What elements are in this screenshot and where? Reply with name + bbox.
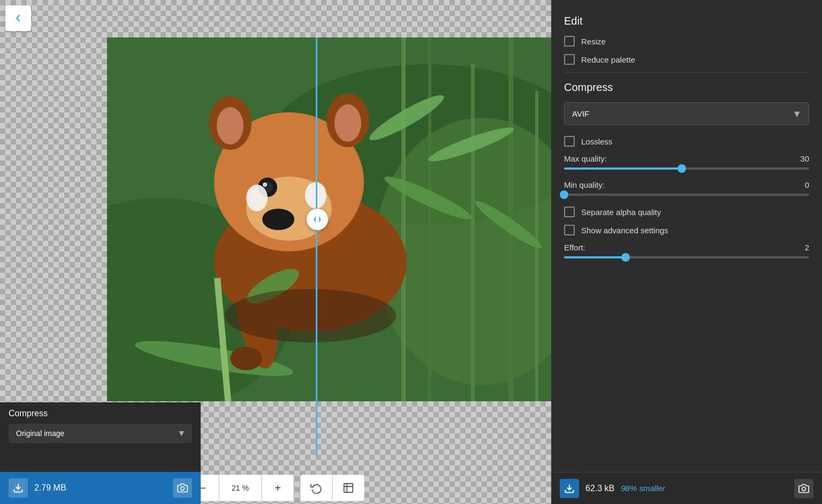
left-compress-panel: Compress Original image AVIF compressed …: [0, 402, 201, 472]
min-quality-track[interactable]: [564, 194, 809, 196]
split-line: [316, 37, 317, 455]
effort-thumb[interactable]: [621, 253, 630, 262]
resize-checkbox[interactable]: [564, 36, 575, 47]
compress-title: Compress: [564, 81, 809, 94]
left-file-size: 2.79 MB: [34, 483, 166, 493]
plus-icon: +: [275, 482, 281, 494]
divider-1: [564, 72, 809, 73]
edit-title: Edit: [564, 15, 809, 27]
max-quality-row: Max quality: 30: [564, 154, 809, 170]
effort-row: Effort: 2: [564, 243, 809, 258]
max-quality-label: Max quality:: [564, 154, 607, 163]
show-advanced-label: Show advanced settings: [581, 226, 668, 235]
right-download-button[interactable]: [560, 479, 579, 498]
rotate-button[interactable]: [300, 475, 332, 501]
reduce-palette-checkbox[interactable]: [564, 54, 575, 65]
right-file-size: 62.3 kB: [585, 484, 614, 493]
right-download-bar: 62.3 kB 98% smaller: [551, 472, 822, 504]
effort-fill: [564, 256, 626, 258]
resize-label: Resize: [581, 37, 606, 46]
show-advanced-checkbox[interactable]: [564, 225, 575, 235]
left-upload-button[interactable]: [173, 478, 192, 498]
original-image-select[interactable]: Original image AVIF compressed: [9, 424, 192, 443]
edit-section: Edit Resize Reduce palette: [564, 15, 809, 65]
compress-section: Compress AVIF WebP JPEG PNG GIF ▼ Lossle…: [564, 81, 809, 258]
effort-value: 2: [793, 243, 809, 252]
svg-rect-4: [401, 37, 406, 401]
lossless-label: Lossless: [581, 137, 612, 146]
reduce-palette-label: Reduce palette: [581, 55, 635, 64]
min-quality-row: Min quality: 0: [564, 180, 809, 196]
show-advanced-row: Show advanced settings: [564, 225, 809, 235]
spacer: [564, 269, 809, 312]
compress-label: Compress: [9, 409, 192, 418]
svg-point-36: [181, 487, 185, 491]
max-quality-fill: [564, 167, 682, 170]
svg-rect-34: [344, 484, 353, 493]
left-download-button[interactable]: [9, 478, 28, 498]
effort-header: Effort: 2: [564, 243, 809, 252]
zoom-value: 21 %: [232, 484, 249, 492]
right-upload-button[interactable]: [794, 479, 813, 498]
effort-track[interactable]: [564, 256, 809, 258]
svg-rect-5: [428, 37, 431, 401]
original-select-wrapper: Original image AVIF compressed ▼: [9, 424, 192, 443]
min-quality-header: Min quality: 0: [564, 180, 809, 189]
svg-point-27: [246, 185, 268, 211]
min-quality-thumb[interactable]: [560, 190, 568, 199]
separate-alpha-label: Separate alpha quality: [581, 208, 661, 217]
svg-point-30: [230, 347, 262, 370]
svg-point-19: [217, 107, 243, 144]
max-quality-track[interactable]: [564, 167, 809, 170]
reduce-palette-row: Reduce palette: [564, 54, 809, 65]
separate-alpha-row: Separate alpha quality: [564, 207, 809, 217]
zoom-in-button[interactable]: +: [262, 475, 294, 501]
max-quality-value: 30: [793, 154, 809, 163]
min-quality-value: 0: [793, 180, 809, 189]
svg-rect-6: [471, 64, 475, 401]
left-download-bar: 2.79 MB: [0, 472, 201, 504]
back-button[interactable]: [5, 5, 31, 31]
right-savings: 98% smaller: [621, 484, 665, 493]
panda-image: [107, 37, 551, 401]
resize-row: Resize: [564, 36, 809, 47]
format-select[interactable]: AVIF WebP JPEG PNG GIF: [564, 102, 809, 125]
crop-button[interactable]: [332, 475, 364, 501]
lossless-checkbox[interactable]: [564, 136, 575, 147]
min-quality-label: Min quality:: [564, 180, 605, 189]
max-quality-thumb[interactable]: [678, 164, 686, 173]
zoom-display: 21 %: [219, 475, 262, 501]
effort-label: Effort:: [564, 243, 585, 252]
max-quality-header: Max quality: 30: [564, 154, 809, 163]
format-select-wrapper: AVIF WebP JPEG PNG GIF ▼: [564, 102, 809, 125]
canvas-area: − 21 % + Compress Ori: [0, 0, 551, 504]
svg-point-33: [225, 289, 396, 342]
split-handle[interactable]: [307, 209, 328, 230]
separate-alpha-checkbox[interactable]: [564, 207, 575, 217]
svg-point-21: [334, 104, 361, 142]
svg-point-26: [285, 219, 293, 225]
svg-point-24: [263, 182, 267, 187]
lossless-row: Lossless: [564, 136, 809, 147]
right-panel: Edit Resize Reduce palette Compress AVIF…: [551, 0, 822, 504]
svg-point-38: [802, 487, 806, 491]
